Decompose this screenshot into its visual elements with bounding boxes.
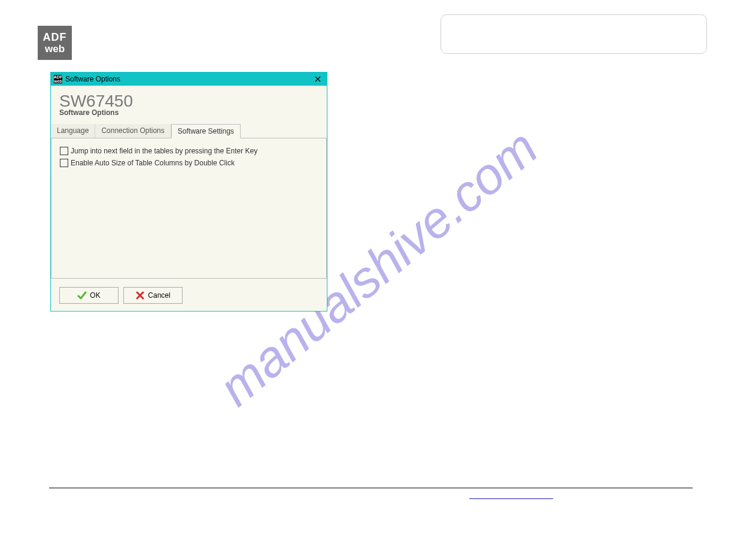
option-row-auto-size: Enable Auto Size of Table Columns by Dou… xyxy=(60,159,318,167)
top-box xyxy=(441,14,707,54)
check-icon xyxy=(77,291,87,300)
logo-line2: web xyxy=(45,44,65,54)
ok-button-label: OK xyxy=(90,291,100,300)
cancel-icon xyxy=(135,291,145,300)
ok-button[interactable]: OK xyxy=(59,287,119,304)
button-bar: OK Cancel xyxy=(51,282,327,311)
logo-line1: ADF xyxy=(43,32,67,43)
logo: ADF web xyxy=(38,26,72,60)
footer-divider xyxy=(49,488,693,488)
footer-link[interactable] xyxy=(469,492,553,499)
dialog-header-subtitle: Software Options xyxy=(59,108,318,117)
tab-bar: Language Connection Options Software Set… xyxy=(51,124,327,138)
close-icon[interactable] xyxy=(309,72,327,86)
checkbox-auto-size[interactable] xyxy=(60,159,68,167)
titlebar: ADFweb Software Options xyxy=(51,72,327,86)
cancel-button[interactable]: Cancel xyxy=(123,287,183,304)
tab-language[interactable]: Language xyxy=(51,124,95,138)
app-icon: ADFweb xyxy=(54,75,62,83)
cancel-button-label: Cancel xyxy=(148,291,170,300)
titlebar-title: Software Options xyxy=(65,75,309,83)
option-label: Enable Auto Size of Table Columns by Dou… xyxy=(71,159,235,167)
tab-content: Jump into next field in the tables by pr… xyxy=(51,138,327,279)
option-row-jump-enter: Jump into next field in the tables by pr… xyxy=(60,147,318,155)
option-label: Jump into next field in the tables by pr… xyxy=(71,147,257,155)
tab-software-settings[interactable]: Software Settings xyxy=(171,124,241,138)
software-options-dialog: ADFweb Software Options SW67450 Software… xyxy=(50,72,327,312)
tab-connection-options[interactable]: Connection Options xyxy=(95,124,171,138)
checkbox-jump-enter[interactable] xyxy=(60,147,68,155)
dialog-header: SW67450 Software Options xyxy=(51,86,327,119)
